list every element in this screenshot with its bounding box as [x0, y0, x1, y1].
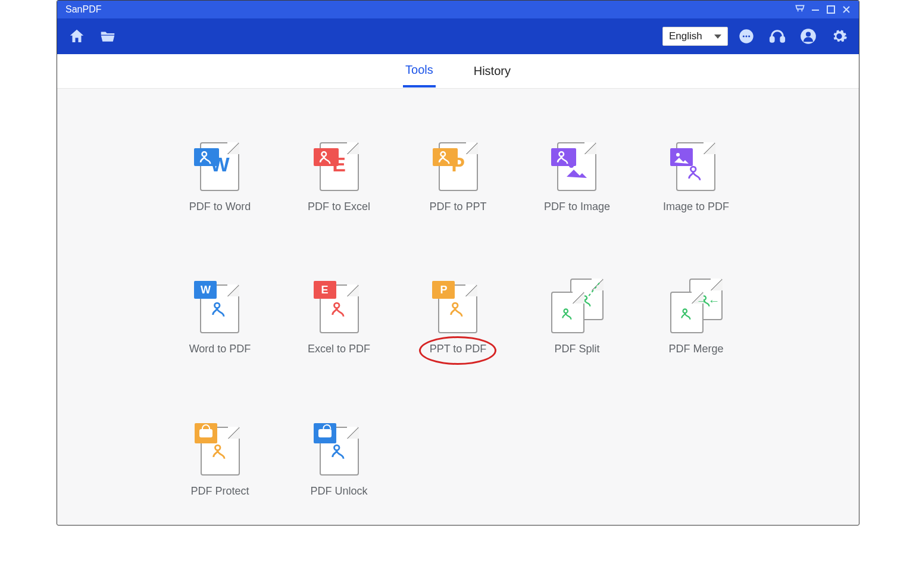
svg-point-15 — [676, 153, 680, 157]
open-folder-button[interactable] — [95, 24, 120, 49]
svg-point-21 — [564, 309, 568, 313]
close-button[interactable] — [839, 2, 854, 17]
tab-tools[interactable]: Tools — [403, 55, 436, 87]
merge-arrows-icon: →← — [696, 294, 720, 308]
doc-pair-icon: →← — [670, 279, 723, 333]
tool-label: PDF to PPT — [429, 201, 486, 213]
tools-grid: W PDF to Word E PDF to Excel — [143, 89, 774, 521]
svg-rect-0 — [812, 10, 819, 11]
letter-w: W — [210, 153, 229, 176]
tool-label: PDF Merge — [668, 343, 723, 355]
svg-point-5 — [748, 35, 750, 37]
tool-label: PDF Protect — [190, 485, 249, 498]
svg-rect-7 — [781, 37, 784, 42]
main-tabs: Tools History — [57, 54, 859, 89]
svg-point-11 — [321, 152, 326, 157]
tool-pdf-split[interactable]: PDF Split — [551, 279, 604, 355]
svg-point-4 — [745, 35, 747, 37]
svg-point-26 — [334, 445, 339, 451]
doc-icon: E — [320, 142, 359, 191]
tool-label: PDF to Excel — [308, 201, 370, 213]
tool-pdf-protect[interactable]: PDF Protect — [190, 421, 249, 498]
tool-pdf-to-ppt[interactable]: P PDF to PPT — [429, 136, 486, 213]
letter-badge: P — [432, 281, 455, 299]
image-icon — [565, 160, 588, 178]
chevron-down-icon — [714, 35, 721, 39]
lock-badge-icon — [195, 423, 217, 443]
maximize-button[interactable] — [823, 2, 839, 17]
language-select[interactable]: English — [662, 27, 728, 46]
tool-label: PDF to Image — [544, 201, 610, 213]
doc-icon: E — [320, 284, 359, 333]
tool-label: Image to PDF — [663, 201, 729, 213]
doc-icon: P — [438, 284, 477, 333]
tool-label: Word to PDF — [189, 343, 251, 355]
doc-icon — [320, 427, 359, 476]
app-window: SanPDF English — [57, 0, 859, 526]
doc-pair-icon — [551, 279, 604, 333]
tool-label: PPT to PDF — [430, 343, 487, 355]
app-title: SanPDF — [65, 4, 101, 15]
tool-excel-to-pdf[interactable]: E Excel to PDF — [308, 279, 370, 355]
tool-pdf-to-image[interactable]: PDF to Image — [544, 136, 610, 213]
feedback-icon[interactable] — [734, 24, 759, 49]
doc-icon: P — [439, 142, 478, 191]
tool-label: PDF Unlock — [310, 485, 367, 498]
tool-pdf-to-excel[interactable]: E PDF to Excel — [308, 136, 370, 213]
svg-point-18 — [334, 303, 339, 308]
svg-point-25 — [215, 445, 220, 451]
svg-point-17 — [215, 303, 220, 308]
tool-word-to-pdf[interactable]: W Word to PDF — [189, 279, 251, 355]
doc-icon: W — [200, 284, 239, 333]
tab-history[interactable]: History — [471, 56, 513, 86]
theme-icon[interactable] — [792, 2, 808, 17]
svg-point-9 — [806, 32, 811, 36]
letter-p: P — [451, 153, 465, 176]
pdf-glyph-icon — [329, 441, 349, 464]
tool-label: PDF Split — [554, 343, 599, 355]
titlebar: SanPDF — [57, 1, 859, 18]
pdf-glyph-icon — [210, 441, 230, 464]
tool-ppt-to-pdf[interactable]: P PPT to PDF — [430, 279, 487, 355]
support-icon[interactable] — [765, 24, 790, 49]
pdf-glyph-icon — [686, 162, 706, 185]
svg-point-16 — [691, 167, 696, 172]
letter-badge: W — [194, 281, 217, 299]
pdf-glyph-icon — [210, 299, 230, 321]
svg-rect-1 — [827, 6, 834, 13]
tool-label: Excel to PDF — [308, 343, 370, 355]
toolbar: English — [57, 18, 859, 54]
language-value: English — [669, 30, 702, 42]
unlock-badge-icon — [314, 423, 336, 443]
svg-point-10 — [202, 152, 207, 157]
doc-icon — [557, 142, 596, 191]
tool-pdf-to-word[interactable]: W PDF to Word — [189, 136, 251, 213]
doc-icon: W — [200, 142, 239, 191]
svg-point-14 — [569, 163, 574, 168]
svg-point-3 — [743, 35, 745, 37]
tool-label: PDF to Word — [189, 201, 251, 213]
tool-image-to-pdf[interactable]: Image to PDF — [663, 136, 729, 213]
letter-badge: E — [314, 281, 336, 299]
minimize-button[interactable] — [808, 2, 823, 17]
tool-pdf-merge[interactable]: →← PDF Merge — [668, 279, 723, 355]
svg-point-12 — [440, 152, 445, 157]
pdf-glyph-icon — [329, 299, 349, 321]
svg-point-24 — [683, 309, 687, 313]
letter-e: E — [332, 153, 346, 176]
svg-point-13 — [559, 152, 564, 157]
doc-icon — [676, 142, 715, 191]
doc-icon — [201, 427, 240, 476]
svg-point-19 — [453, 303, 458, 308]
tool-pdf-unlock[interactable]: PDF Unlock — [310, 421, 367, 498]
home-button[interactable] — [64, 24, 89, 49]
settings-icon[interactable] — [827, 24, 852, 49]
pdf-glyph-icon — [448, 299, 468, 321]
account-icon[interactable] — [796, 24, 821, 49]
svg-rect-6 — [770, 37, 774, 42]
